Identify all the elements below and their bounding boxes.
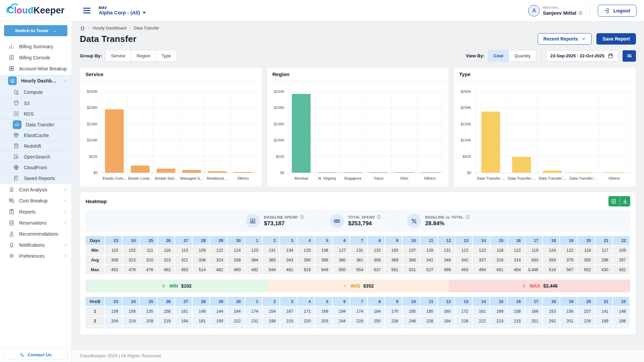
table-cell: 181 <box>193 316 210 326</box>
table-cell: 454 <box>508 265 525 275</box>
sidebar-item-billing-console[interactable]: Billing Console <box>0 52 71 63</box>
banner-label: MAX <box>530 283 540 289</box>
x-axis-label: Managed S... <box>180 176 203 180</box>
sidebar-item-notifications[interactable]: Notifications <box>0 239 71 250</box>
table-cell: 194 <box>333 307 350 316</box>
sidebar-item-opensearch[interactable]: OpenSearch <box>0 151 71 162</box>
bar-others[interactable] <box>421 172 439 173</box>
sidebar-item-data-transfer[interactable]: Data Transfer <box>0 119 71 130</box>
heatmap-stats: BASELINE SPEND$73,187TOTAL SPEND$253,794… <box>86 210 630 231</box>
table-cell: 158 <box>158 307 175 316</box>
sidebar-item-rds[interactable]: RDS <box>0 108 71 119</box>
breadcrumb-data-transfer[interactable]: Data Transfer <box>134 26 159 31</box>
info-icon[interactable] <box>578 11 583 15</box>
contact-us-button[interactable]: Contact Us <box>4 349 67 360</box>
switch-to-tuner-button[interactable]: Switch to Tuner → <box>4 25 67 36</box>
bar-simple-stor[interactable] <box>157 169 175 173</box>
logout-button[interactable]: Logout <box>598 5 637 17</box>
view-by-option-quantity[interactable]: Quantity <box>509 50 536 61</box>
table-cell: 226 <box>578 316 595 326</box>
app-header: CloudKeeper MAV Alpha Corp - (All) Welco… <box>0 0 644 21</box>
table-cell: 153 <box>543 307 560 316</box>
filter-settings-button[interactable] <box>623 50 636 62</box>
table-cell: 482 <box>280 265 298 275</box>
column-header: 8 <box>368 236 385 246</box>
bell-icon <box>8 242 15 248</box>
bar-data-transfer[interactable] <box>543 171 562 173</box>
sidebar-item-label: Notifications <box>19 242 59 248</box>
table-cell: 125 <box>298 246 315 255</box>
sidebar-item-label: Preferences <box>19 253 59 259</box>
y-axis-tick: $156K <box>80 122 98 126</box>
bar-elastic-com[interactable] <box>105 109 124 173</box>
group-by-option-service[interactable]: Service <box>106 50 131 61</box>
x-axis-label: Simple Stor... <box>154 176 177 180</box>
table-cell: 219 <box>122 316 140 326</box>
table-cell: 514 <box>193 265 210 275</box>
table-cell: 161 <box>175 307 193 316</box>
breadcrumb-hourly-dashboard[interactable]: Hourly Dashboard <box>93 26 126 31</box>
bar-tokyo[interactable] <box>369 172 388 173</box>
table-cell: 849 <box>315 265 332 275</box>
bar-n-virginia[interactable] <box>318 172 336 173</box>
bar-data-transfer[interactable] <box>574 172 593 173</box>
bar-managed-s[interactable] <box>182 170 201 173</box>
sidebar-item-billing-summary[interactable]: Billing Summary <box>0 41 71 52</box>
sidebar-item-redshift[interactable]: Redshift <box>0 140 71 151</box>
group-by-option-type[interactable]: Type <box>156 50 176 61</box>
globe-icon <box>13 164 19 171</box>
info-icon[interactable] <box>300 215 304 219</box>
table-cell: 323 <box>122 255 140 265</box>
home-icon[interactable] <box>80 25 85 31</box>
info-icon[interactable] <box>377 215 381 219</box>
sidebar-item-s3[interactable]: S3 <box>0 98 71 108</box>
date-range-picker[interactable]: 23-Sep-2025 - 22-Oct-2025 <box>546 50 618 61</box>
menu-icon[interactable] <box>83 8 91 13</box>
view-by-option-cost[interactable]: Cost <box>488 50 509 61</box>
hourly-cost-table: Hrs/$23242526272829301234567891011121314… <box>86 297 630 329</box>
table-cell: 223 <box>490 316 507 326</box>
bar-mumbai[interactable] <box>292 94 311 173</box>
avatar[interactable] <box>528 5 540 16</box>
org-dropdown[interactable]: Alpha Corp - (All) <box>99 10 146 15</box>
column-header: 10 <box>402 297 420 307</box>
table-cell: 567 <box>560 265 578 275</box>
sidebar-item-cloudfront[interactable]: CloudFront <box>0 162 71 173</box>
sidebar-item-saved-reports[interactable]: Saved Reports <box>0 173 71 183</box>
sidebar-item-elasticache[interactable]: ElastiCache <box>0 130 71 140</box>
x-axis-label: Elastic Com... <box>103 176 126 180</box>
sidebar-item-preferences[interactable]: Preferences <box>0 250 71 261</box>
bar-ohio[interactable] <box>395 172 414 173</box>
sidebar-item-label: Billing Console <box>19 55 67 60</box>
export-excel-button[interactable] <box>608 196 630 206</box>
group-by-option-region[interactable]: Region <box>131 50 156 61</box>
column-header: 24 <box>122 236 140 246</box>
table-cell: 494 <box>473 265 490 275</box>
bar-data-transfer[interactable] <box>512 157 531 173</box>
save-report-button[interactable]: Save Report <box>596 33 636 45</box>
bar-others[interactable] <box>605 172 624 173</box>
table-cell: 109 <box>613 246 630 255</box>
bar-data-transfer[interactable] <box>481 112 500 173</box>
sidebar-item-account-wise-breakup[interactable]: Account-Wise Breakup <box>0 63 71 74</box>
bar-others[interactable] <box>234 172 253 173</box>
sidebar-item-compute[interactable]: Compute <box>0 87 71 98</box>
sidebar-item-recommendations[interactable]: Recommendations <box>0 228 71 239</box>
sidebar: Switch to Tuner → Billing SummaryBilling… <box>0 21 72 362</box>
bar-relational[interactable] <box>208 171 227 173</box>
sidebar-item-cost-breakup[interactable]: Cost Breakup <box>0 195 71 206</box>
bar-elastic-load[interactable] <box>131 166 150 173</box>
sidebar-item-cost-analysis[interactable]: Cost Analysis <box>0 184 71 195</box>
sidebar-item-reservations[interactable]: Reservations <box>0 217 71 228</box>
sidebar-item-hourly-dashboard[interactable]: Hourly Dashboard <box>0 75 71 87</box>
table-cell: 161 <box>473 307 490 316</box>
info-icon[interactable] <box>466 215 470 219</box>
column-header: 28 <box>193 297 210 307</box>
sidebar-item-label: Saved Reports <box>24 176 67 181</box>
recent-reports-button[interactable]: Recent Reports <box>538 33 592 45</box>
table-cell: 343 <box>280 255 298 265</box>
sidebar-item-reports[interactable]: Reports <box>0 206 71 217</box>
bar-singapore[interactable] <box>343 172 362 173</box>
x-axis-label: N. Virginia <box>318 176 336 180</box>
table-cell: 166 <box>525 307 543 316</box>
